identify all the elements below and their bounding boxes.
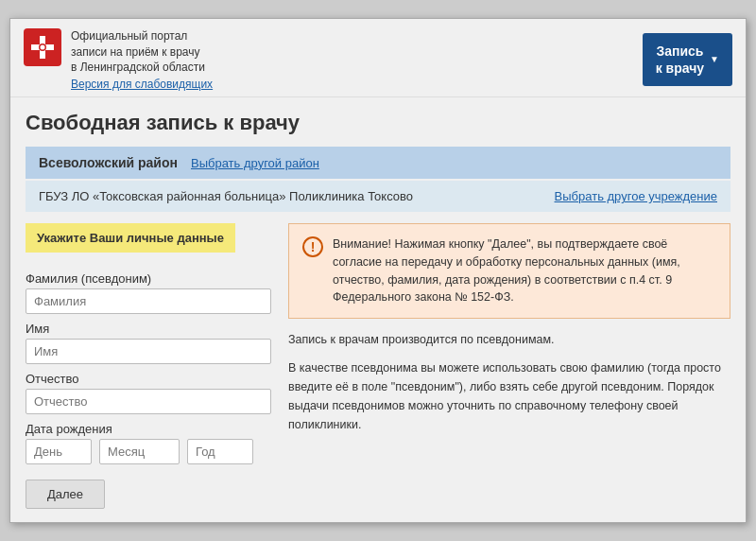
record-btn-text: Запись к врачу: [656, 43, 704, 77]
district-name: Всеволожский район: [39, 155, 178, 170]
form-area: Укажите Ваши личные данные Фамилия (псев…: [26, 223, 730, 509]
header-title-line2: записи на приём к врачу: [71, 44, 213, 61]
info-text: Запись к врачам производится по псевдони…: [288, 330, 730, 434]
first-name-label: Имя: [26, 322, 271, 336]
info-paragraph1: Запись к врачам производится по псевдони…: [288, 330, 730, 349]
middle-name-input[interactable]: [26, 389, 271, 414]
dob-label: Дата рождения: [26, 422, 271, 436]
main-window: Официальный портал записи на приём к вра…: [9, 18, 747, 523]
warning-icon: !: [302, 236, 323, 257]
main-content: Свободная запись к врачу Всеволожский ра…: [10, 97, 746, 522]
dob-month-input[interactable]: [99, 439, 180, 464]
form-right: ! Внимание! Нажимая кнопку "Далее", вы п…: [288, 223, 730, 509]
change-district-link[interactable]: Выбрать другой район: [191, 156, 319, 170]
first-name-input[interactable]: [26, 339, 271, 364]
dob-day-input[interactable]: [26, 439, 92, 464]
district-bar: Всеволожский район Выбрать другой район: [26, 147, 730, 179]
date-row: [26, 439, 271, 464]
dob-year-input[interactable]: [187, 439, 253, 464]
institution-name: ГБУЗ ЛО «Токсовская районная больница» П…: [39, 189, 413, 203]
header: Официальный портал записи на приём к вра…: [10, 19, 746, 97]
institution-bar: ГБУЗ ЛО «Токсовская районная больница» П…: [26, 181, 730, 212]
warning-box: ! Внимание! Нажимая кнопку "Далее", вы п…: [288, 223, 730, 319]
header-title-line1: Официальный портал: [71, 28, 213, 44]
header-left: Официальный портал записи на приём к вра…: [24, 28, 213, 91]
logo-icon: [24, 28, 61, 66]
form-notice: Укажите Ваши личные данные: [26, 223, 235, 253]
header-title-line3: в Ленинградской области: [71, 60, 213, 76]
info-paragraph2: В качестве псевдонима вы можете использо…: [288, 358, 730, 434]
change-institution-link[interactable]: Выбрать другое учреждение: [555, 189, 717, 203]
form-left: Укажите Ваши личные данные Фамилия (псев…: [26, 223, 271, 509]
record-btn-arrow-icon: ▼: [710, 53, 719, 65]
last-name-input[interactable]: [26, 288, 271, 314]
middle-name-label: Отчество: [26, 372, 271, 386]
svg-point-3: [41, 44, 45, 49]
warning-text: Внимание! Нажимая кнопку "Далее", вы под…: [333, 236, 716, 306]
last-name-label: Фамилия (псевдоним): [26, 271, 271, 286]
submit-button[interactable]: Далее: [26, 480, 105, 509]
header-text: Официальный портал записи на приём к вра…: [71, 28, 213, 91]
page-title: Свободная запись к врачу: [26, 111, 730, 135]
accessibility-link[interactable]: Версия для слабовидящих: [71, 78, 213, 91]
record-button[interactable]: Запись к врачу ▼: [643, 33, 732, 86]
